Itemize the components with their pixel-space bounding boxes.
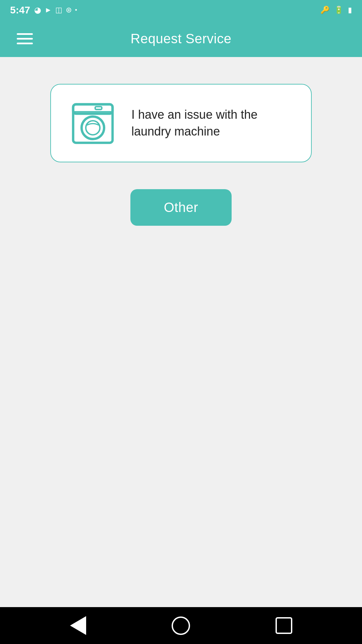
svg-point-5	[86, 121, 100, 135]
status-bar-left: 5:47 ◕ ► ◫ ⊛ •	[10, 4, 77, 16]
home-circle-icon	[172, 616, 190, 635]
hamburger-line-1	[17, 33, 33, 35]
send-icon: ►	[45, 6, 52, 14]
app-bar: Request Service	[0, 20, 362, 57]
recents-button[interactable]	[270, 612, 297, 639]
recent-square-icon	[276, 617, 292, 634]
phone-icon: ◫	[55, 6, 62, 14]
hamburger-line-2	[17, 38, 33, 40]
key-icon: 🔑	[320, 6, 329, 14]
svg-point-4	[81, 116, 104, 139]
back-triangle-icon	[70, 616, 86, 635]
laundry-service-card[interactable]: I have an issue with the laundry machine	[50, 84, 312, 162]
laundry-machine-icon	[68, 98, 118, 148]
svg-rect-3	[95, 107, 102, 109]
status-time: 5:47	[10, 4, 30, 16]
laundry-machine-svg	[69, 100, 116, 147]
back-button[interactable]	[65, 612, 92, 639]
dot-icon: •	[75, 7, 77, 14]
service-card-text: I have an issue with the laundry machine	[131, 106, 294, 140]
main-content: I have an issue with the laundry machine…	[0, 57, 362, 607]
vibrate-icon: 🔋	[334, 6, 343, 14]
other-button[interactable]: Other	[130, 189, 232, 226]
wifi-icon: ⊛	[66, 6, 72, 14]
bottom-nav	[0, 607, 362, 644]
status-bar-right-icons: 🔑 🔋 ▮	[320, 6, 352, 14]
hamburger-line-3	[17, 43, 33, 44]
page-title: Request Service	[131, 31, 232, 46]
hamburger-menu-button[interactable]	[13, 30, 36, 48]
status-bar: 5:47 ◕ ► ◫ ⊛ • 🔑 🔋 ▮	[0, 0, 362, 20]
status-bar-left-icons: ◕ ► ◫ ⊛ •	[34, 5, 77, 15]
home-button[interactable]	[168, 612, 194, 639]
pocket-casts-icon: ◕	[34, 5, 41, 15]
battery-icon: ▮	[348, 6, 352, 14]
